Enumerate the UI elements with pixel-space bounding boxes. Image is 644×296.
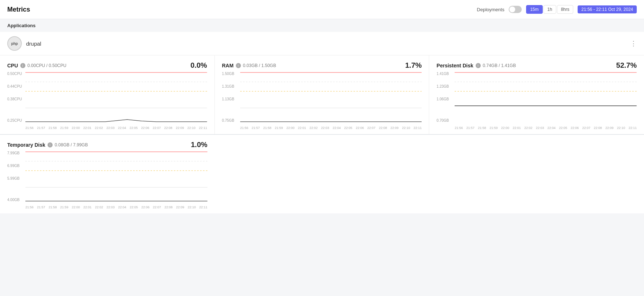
time-btn-8hrs[interactable]: 8hrs xyxy=(557,5,573,14)
cpu-panel: CPU i 0.00CPU / 0.50CPU 0.0% 0.50CPU 0.4… xyxy=(0,55,215,134)
persistent-disk-percent: 52.7% xyxy=(616,61,637,70)
time-range-badge[interactable]: 21:56 - 22:11 Oct 29, 2024 xyxy=(578,5,637,13)
ram-percent: 1.7% xyxy=(405,61,422,70)
time-btn-1h[interactable]: 1h xyxy=(543,5,556,14)
section-label: Applications xyxy=(0,19,644,32)
persistent-disk-chart: 1.41GB 1.23GB 1.06GB 0.70GB 21:56 21:57 … xyxy=(436,72,637,130)
app-menu-button[interactable]: ⋮ xyxy=(630,39,637,47)
ram-y-labels: 1.50GB 1.31GB 1.13GB 0.75GB xyxy=(222,72,234,122)
temporary-disk-title: Temporary Disk xyxy=(7,142,45,148)
temporary-disk-x-labels: 21:56 21:57 21:58 21:59 22:00 22:01 22:0… xyxy=(25,205,208,209)
persistent-disk-subval: 0.74GB / 1.41GB xyxy=(483,63,516,68)
persistent-disk-title: Persistent Disk xyxy=(436,63,473,68)
ram-title: RAM xyxy=(222,63,234,68)
deployments-toggle[interactable] xyxy=(509,6,522,13)
ram-panel: RAM i 0.03GB / 1.50GB 1.7% 1.50GB 1.31GB… xyxy=(215,55,430,134)
time-buttons: 15m 1h 8hrs xyxy=(526,5,573,14)
persistent-disk-x-labels: 21:56 21:57 21:58 21:59 22:00 22:01 22:0… xyxy=(455,126,637,130)
cpu-chart-svg xyxy=(25,72,207,122)
metrics-grid-row2: Temporary Disk i 0.08GB / 7.99GB 1.0% 7.… xyxy=(0,135,644,213)
cpu-subval: 0.00CPU / 0.50CPU xyxy=(28,63,66,68)
app-row: php drupal ⋮ xyxy=(0,32,644,55)
temporary-disk-subval: 0.08GB / 7.99GB xyxy=(55,142,88,147)
ram-chart: 1.50GB 1.31GB 1.13GB 0.75GB 21:56 21:57 … xyxy=(222,72,422,130)
cpu-chart: 0.50CPU 0.44CPU 0.38CPU 0.25CPU xyxy=(7,72,207,130)
persistent-disk-info-icon[interactable]: i xyxy=(476,63,481,68)
temporary-disk-chart: 7.99GB 6.99GB 5.99GB 4.00GB 21:56 21:57 … xyxy=(7,151,208,209)
cpu-percent: 0.0% xyxy=(190,61,207,70)
page-title: Metrics xyxy=(7,6,30,13)
cpu-header: CPU i 0.00CPU / 0.50CPU 0.0% xyxy=(7,61,207,70)
metrics-grid-row1: CPU i 0.00CPU / 0.50CPU 0.0% 0.50CPU 0.4… xyxy=(0,55,644,134)
app-name: drupal xyxy=(26,41,41,47)
deployments-label: Deployments xyxy=(477,7,504,12)
temporary-disk-panel: Temporary Disk i 0.08GB / 7.99GB 1.0% 7.… xyxy=(0,135,215,213)
temporary-disk-percent: 1.0% xyxy=(191,141,208,149)
ram-x-labels: 21:56 21:57 21:58 21:59 22:00 22:01 22:0… xyxy=(240,126,422,130)
persistent-disk-header: Persistent Disk i 0.74GB / 1.41GB 52.7% xyxy=(436,61,637,70)
cpu-y-labels: 0.50CPU 0.44CPU 0.38CPU 0.25CPU xyxy=(7,72,22,122)
ram-subval: 0.03GB / 1.50GB xyxy=(243,63,276,68)
persistent-disk-chart-svg xyxy=(455,72,637,122)
temporary-disk-y-labels: 7.99GB 6.99GB 5.99GB 4.00GB xyxy=(7,151,20,202)
cpu-info-icon[interactable]: i xyxy=(20,63,25,68)
temporary-disk-chart-svg xyxy=(25,151,208,202)
persistent-disk-panel: Persistent Disk i 0.74GB / 1.41GB 52.7% … xyxy=(429,55,644,134)
persistent-disk-y-labels: 1.41GB 1.23GB 1.06GB 0.70GB xyxy=(436,72,449,122)
toggle-knob xyxy=(509,7,515,12)
header: Metrics Deployments 15m 1h 8hrs 21:56 - … xyxy=(0,0,644,19)
app-icon: php xyxy=(7,36,22,51)
temporary-disk-info-icon[interactable]: i xyxy=(48,142,53,147)
cpu-title: CPU xyxy=(7,63,18,68)
ram-header: RAM i 0.03GB / 1.50GB 1.7% xyxy=(222,61,422,70)
ram-info-icon[interactable]: i xyxy=(236,63,241,68)
time-btn-15m[interactable]: 15m xyxy=(526,5,542,14)
cpu-x-labels: 21:56 21:57 21:58 21:59 22:00 22:01 22:0… xyxy=(25,126,207,130)
temporary-disk-header: Temporary Disk i 0.08GB / 7.99GB 1.0% xyxy=(7,141,208,149)
header-controls: Deployments 15m 1h 8hrs 21:56 - 22:11 Oc… xyxy=(477,5,637,14)
ram-chart-svg xyxy=(240,72,422,122)
